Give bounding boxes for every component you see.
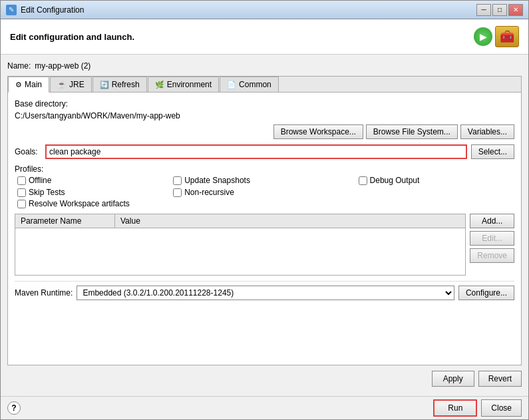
debug-output-checkbox-item: Debug Output [359,176,514,185]
variables-button[interactable]: Variables... [460,124,514,139]
update-snapshots-checkbox[interactable] [173,176,182,185]
params-table-section: Parameter Name Value Add... Edit... Remo… [15,214,514,276]
title-bar: ✎ Edit Configuration ─ □ ✕ [1,1,528,19]
refresh-tab-icon: 🔄 [100,81,109,89]
common-tab-icon: 📄 [227,81,236,89]
skip-tests-label: Skip Tests [29,188,65,197]
resolve-row: Resolve Workspace artifacts [15,199,514,208]
params-table: Parameter Name Value [15,214,466,276]
maven-runtime-row: Maven Runtime: Embedded (3.0.2/1.0.200.2… [15,281,514,303]
profiles-label: Profiles: [15,164,514,174]
window: ✎ Edit Configuration ─ □ ✕ Edit configur… [0,0,529,420]
debug-output-checkbox[interactable] [359,176,367,185]
jre-tab-icon: ☕ [57,81,67,89]
toolbox-icon: 🧰 [495,26,519,47]
close-window-button[interactable]: ✕ [508,4,523,16]
params-header: Parameter Name Value [15,214,465,228]
goals-input[interactable] [45,144,467,159]
bottom-buttons: Apply Revert [7,365,522,389]
goals-row: Goals: Select... [15,144,514,159]
non-recursive-checkbox-item: Non-recursive [173,188,345,197]
debug-output-label: Debug Output [370,176,420,185]
edit-param-button[interactable]: Edit... [470,231,514,246]
tab-environment[interactable]: 🌿 Environment [148,77,219,92]
footer-action-buttons: Run Close [433,399,522,417]
table-side-buttons: Add... Edit... Remove [470,214,514,276]
env-tab-label: Environment [167,80,212,89]
offline-checkbox[interactable] [17,176,26,185]
jre-tab-label: JRE [69,80,85,89]
name-label: Name: [7,61,31,71]
configure-runtime-button[interactable]: Configure... [458,286,514,300]
offline-checkbox-item: Offline [17,176,160,185]
revert-button[interactable]: Revert [478,371,522,387]
header-title: Edit configuration and launch. [10,32,134,42]
tabs-panel: ⚙ Main ☕ JRE 🔄 Refresh 🌿 Environment 📄 [7,76,522,365]
tabs-bar: ⚙ Main ☕ JRE 🔄 Refresh 🌿 Environment 📄 [8,77,521,93]
tab-common[interactable]: 📄 Common [220,77,279,92]
tab-jre[interactable]: ☕ JRE [50,77,92,92]
run-play-icon: ▶ [474,27,492,46]
minimize-button[interactable]: ─ [476,4,491,16]
non-recursive-checkbox[interactable] [173,188,182,197]
goals-label: Goals: [15,147,41,156]
offline-label: Offline [29,176,51,185]
browse-filesystem-button[interactable]: Browse File System... [366,124,458,139]
apply-button[interactable]: Apply [432,371,474,387]
skip-tests-checkbox-item: Skip Tests [17,188,160,197]
update-snapshots-label: Update Snapshots [184,176,250,185]
select-goals-button[interactable]: Select... [471,144,514,159]
base-dir-value: C:/Users/tangyanb/WORK/Maven/my-app-web [15,110,514,121]
header-icons: ▶ 🧰 [474,26,519,47]
run-button[interactable]: Run [433,399,477,417]
profiles-section: Profiles: Offline Update Snapshots De [15,164,514,208]
non-recursive-label: Non-recursive [184,188,234,197]
name-value: my-app-web (2) [35,61,90,71]
window-controls: ─ □ ✕ [476,4,523,16]
main-tab-icon: ⚙ [15,81,22,89]
resolve-workspace-checkbox[interactable] [17,200,26,208]
footer-row: ? Run Close [1,396,528,419]
main-tab-label: Main [25,80,42,89]
checkboxes-grid: Offline Update Snapshots Debug Output [15,176,514,197]
param-name-col-header: Parameter Name [15,214,115,228]
maven-runtime-label: Maven Runtime: [15,288,73,298]
tab-main[interactable]: ⚙ Main [8,77,49,93]
add-param-button[interactable]: Add... [470,214,514,228]
tab-refresh[interactable]: 🔄 Refresh [92,77,147,92]
env-tab-icon: 🌿 [155,81,164,89]
help-button[interactable]: ? [7,401,21,415]
maven-runtime-select[interactable]: Embedded (3.0.2/1.0.200.20111228-1245) [77,286,454,300]
content-area: Name: my-app-web (2) ⚙ Main ☕ JRE 🔄 Refr… [1,55,528,396]
browse-buttons-row: Browse Workspace... Browse File System..… [15,124,514,139]
refresh-tab-label: Refresh [112,80,140,89]
close-button[interactable]: Close [481,399,522,417]
window-icon: ✎ [6,5,17,15]
update-snapshots-checkbox-item: Update Snapshots [173,176,345,185]
skip-tests-checkbox[interactable] [17,188,26,197]
remove-param-button[interactable]: Remove [470,248,514,263]
main-panel-content: Base directory: C:/Users/tangyanb/WORK/M… [8,93,521,365]
name-row: Name: my-app-web (2) [7,61,522,71]
base-dir-label: Base directory: [15,99,514,108]
param-value-col-header: Value [115,214,465,228]
maximize-button[interactable]: □ [492,4,507,16]
browse-workspace-button[interactable]: Browse Workspace... [273,124,363,139]
common-tab-label: Common [239,80,271,89]
base-directory-group: Base directory: C:/Users/tangyanb/WORK/M… [15,99,514,139]
resolve-workspace-label: Resolve Workspace artifacts [29,199,130,208]
window-title: Edit Configuration [21,5,476,15]
header-section: Edit configuration and launch. ▶ 🧰 [1,19,528,55]
params-table-body [15,228,465,275]
